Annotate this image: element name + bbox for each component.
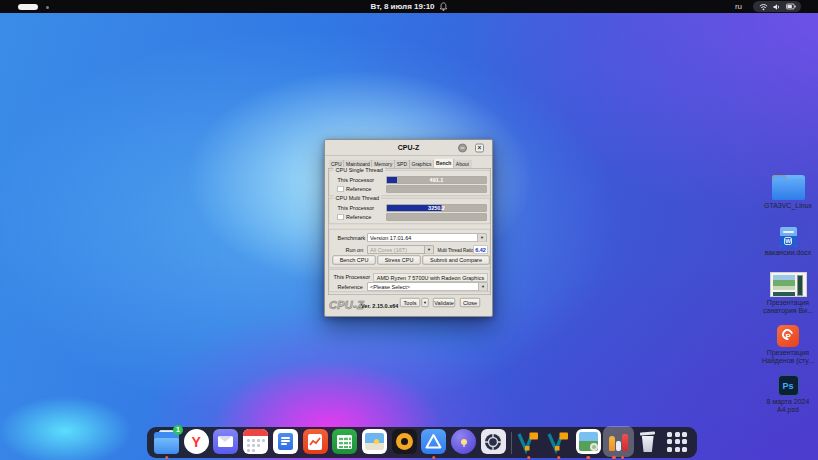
desktop-icon-presentation-naydenov[interactable]: P ПрезентацияНайденов (сту... (753, 325, 818, 364)
dock-gta-vice-city-1[interactable] (516, 429, 541, 454)
dock-app-grid[interactable] (665, 429, 690, 454)
running-indicator (557, 456, 561, 460)
multi-thread-group: CPU Multi Thread This Processor 3250.2 R… (329, 198, 491, 224)
benchmark-group: Benchmark Version 17.01.64▼ Run on All C… (329, 229, 491, 268)
running-indicator (621, 456, 625, 460)
dock-calendar[interactable] (243, 429, 268, 454)
dock-music-player[interactable] (392, 429, 417, 454)
desktop-icon-psd-file[interactable]: Ps 8 марта 2024А4.psd (753, 375, 818, 413)
clock: Вт, 8 июля 19:10 (370, 2, 434, 11)
status-bar: CPU-Z Ver. 2.15.0.x64 Tools ▼ Validate C… (325, 295, 492, 318)
desktop-icon-label: Презентациясанатория Ви... (763, 299, 813, 314)
running-indicator (165, 456, 169, 460)
dock-text-editor[interactable] (273, 429, 298, 454)
benchmark-version-combo[interactable]: Version 17.01.64▼ (368, 234, 487, 243)
desktop-icon-gta3vc-folder[interactable]: GTA3VC_Linux (753, 175, 818, 210)
top-bar: Вт, 8 июля 19:10 ru (0, 0, 818, 13)
battery-icon (786, 3, 796, 10)
group-title: CPU Single Thread (334, 167, 385, 174)
window-title: CPU-Z (398, 144, 419, 152)
submit-and-compare-button[interactable]: Submit and Compare (423, 256, 490, 265)
dock-gta-vice-city-2[interactable] (546, 429, 571, 454)
single-thread-group: CPU Single Thread This Processor 491.1 R… (329, 170, 491, 196)
validate-button[interactable]: Validate (433, 298, 455, 307)
multi-thread-score: 3250.2 (387, 205, 486, 211)
cpuz-logo: CPU-Z (329, 299, 364, 312)
word-document-icon: W (780, 227, 797, 247)
notification-bell-icon (440, 2, 448, 11)
dock-utility[interactable] (481, 429, 506, 454)
desktop-icon-vacancies-docx[interactable]: W вакансии.docx (753, 227, 818, 257)
processor-group: This Processor AMD Ryzen 7 5700U with Ra… (329, 269, 491, 292)
tab-spd[interactable]: SPD (394, 160, 409, 169)
cpuz-window: CPU-Z × CPU Mainboard Memory SPD Graphic… (324, 139, 493, 317)
desktop-icon-label: 8 марта 2024А4.psd (767, 398, 810, 413)
desktop-icon-label: ПрезентацияНайденов (сту... (762, 349, 814, 364)
desktop-icon-presentation-sanatorium[interactable]: Презентациясанатория Ви... (753, 272, 818, 314)
system-tray[interactable] (753, 1, 801, 12)
wifi-icon (759, 3, 768, 11)
dock-spreadsheet-app[interactable] (332, 429, 357, 454)
dock-image-viewer[interactable] (576, 429, 601, 454)
dock-presentation-app[interactable] (303, 429, 328, 454)
tab-about[interactable]: About (453, 160, 471, 169)
tools-dropdown-button[interactable]: ▼ (422, 298, 429, 307)
folder-icon (772, 175, 805, 200)
multi-reference-bar (387, 214, 487, 221)
minimize-button[interactable] (458, 144, 467, 153)
photoshop-icon: Ps (778, 375, 799, 396)
workspace-pill-indicator[interactable] (18, 4, 38, 10)
notification-badge: 1 (173, 425, 183, 435)
version-label: Ver. 2.15.0.x64 (361, 303, 398, 309)
tab-bench[interactable]: Bench (434, 159, 454, 169)
close-button-bottom[interactable]: Close (460, 298, 480, 307)
running-indicator (527, 456, 531, 460)
bench-cpu-button[interactable]: Bench CPU (333, 256, 376, 265)
dock-separator (511, 432, 512, 454)
dock-software-center[interactable] (421, 429, 446, 454)
run-on-combo: All Cores (16T)▼ (368, 246, 434, 255)
dock-trash[interactable] (635, 429, 660, 454)
window-titlebar[interactable]: CPU-Z × (325, 140, 492, 156)
multi-thread-score-bar: 3250.2 (387, 205, 487, 212)
presentation-preview-icon (770, 272, 807, 297)
running-indicator (432, 456, 436, 460)
dock-assistant[interactable] (451, 429, 476, 454)
group-title: CPU Multi Thread (334, 195, 382, 202)
running-indicator (587, 456, 591, 460)
running-indicator (612, 456, 616, 460)
tools-button[interactable]: Tools (400, 298, 420, 307)
tab-graphics[interactable]: Graphics (409, 160, 434, 169)
single-reference-bar (387, 186, 487, 193)
close-button[interactable]: × (475, 144, 484, 153)
dock-photos[interactable] (362, 429, 387, 454)
single-thread-score: 491.1 (387, 177, 486, 183)
desktop-icon-label: вакансии.docx (765, 249, 812, 257)
processor-name-box: AMD Ryzen 7 5700U with Radeon Graphics (374, 273, 488, 282)
powerpoint-icon: P (777, 325, 799, 347)
workspace-dot-indicator[interactable] (46, 6, 49, 9)
desktop-icon-label: GTA3VC_Linux (764, 202, 812, 210)
keyboard-layout[interactable]: ru (735, 0, 742, 13)
multi-thread-ratio-value: 6.42 (474, 246, 488, 255)
single-reference-checkbox[interactable] (338, 186, 344, 192)
reference-combo[interactable]: <Please Select>▼ (368, 283, 488, 292)
dock-file-manager[interactable]: 1 (154, 429, 179, 454)
multi-reference-checkbox[interactable] (338, 214, 344, 220)
dock-art-supplies-active[interactable] (606, 429, 631, 454)
dock: 1 Y (147, 427, 697, 458)
volume-icon (773, 3, 781, 11)
stress-cpu-button[interactable]: Stress CPU (378, 256, 421, 265)
single-thread-score-bar: 491.1 (387, 177, 487, 184)
dock-mail[interactable] (213, 429, 238, 454)
clock-area[interactable]: Вт, 8 июля 19:10 (370, 0, 447, 13)
dock-yandex-browser[interactable]: Y (184, 429, 209, 454)
